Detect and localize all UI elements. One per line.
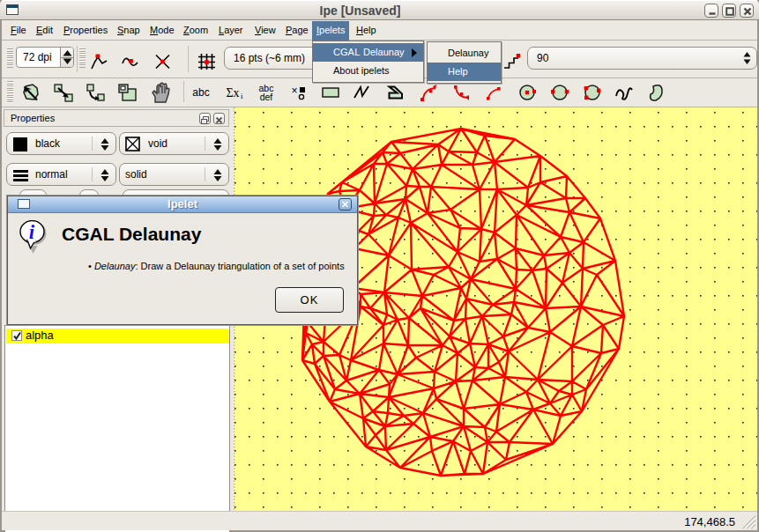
svg-text:i: i	[241, 92, 243, 100]
svg-text:i: i	[29, 221, 35, 243]
svg-text:Σx: Σx	[226, 86, 239, 100]
svg-text:abc: abc	[192, 86, 209, 99]
svg-text:×: ×	[291, 85, 297, 97]
svg-text:def: def	[260, 92, 273, 102]
